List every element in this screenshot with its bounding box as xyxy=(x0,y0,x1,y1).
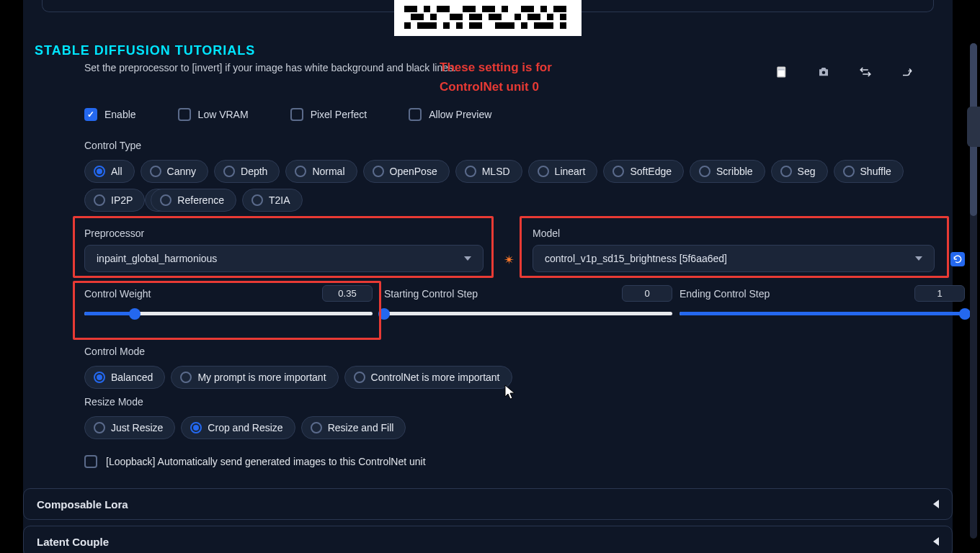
pill-label: T2IA xyxy=(269,194,290,206)
radio-icon xyxy=(94,166,105,177)
control-type-scribble[interactable]: Scribble xyxy=(690,160,765,183)
radio-icon xyxy=(94,422,105,433)
control-type-canny[interactable]: Canny xyxy=(141,160,208,183)
caret-left-icon xyxy=(933,500,939,508)
radio-icon xyxy=(94,372,105,383)
control-type-seg[interactable]: Seg xyxy=(771,160,828,183)
loopback-label: [Loopback] Automatically send generated … xyxy=(106,456,426,467)
enable-label: Enable xyxy=(104,109,136,120)
qr-image-preview[interactable] xyxy=(394,0,582,36)
pill-label: Just Resize xyxy=(111,422,163,433)
enable-checkbox[interactable] xyxy=(84,108,97,121)
side-panel-tab[interactable] xyxy=(967,107,980,147)
pill-label: Resize and Fill xyxy=(328,422,394,433)
control-type-lineart[interactable]: Lineart xyxy=(528,160,598,183)
accordion-title: Latent Couple xyxy=(37,536,109,548)
pill-label: Depth xyxy=(241,166,267,177)
slider-thumb[interactable] xyxy=(959,308,971,320)
pill-label: OpenPose xyxy=(390,166,437,177)
radio-icon xyxy=(251,194,263,206)
pill-label: IP2P xyxy=(111,194,133,206)
slider-thumb[interactable] xyxy=(129,308,141,320)
starting-step-value[interactable]: 0 xyxy=(622,285,672,302)
radio-icon xyxy=(843,166,855,177)
latent-couple-accordion[interactable]: Latent Couple xyxy=(23,526,953,553)
preprocessor-label: Preprocessor xyxy=(84,228,144,239)
swap-icon[interactable] xyxy=(858,65,873,79)
slider-thumb[interactable] xyxy=(378,308,390,320)
control-type-t2ia[interactable]: T2IA xyxy=(242,189,303,212)
pill-label: Scribble xyxy=(716,166,753,177)
control-mode-label: Control Mode xyxy=(84,346,145,357)
svg-point-2 xyxy=(822,71,826,75)
radio-icon xyxy=(94,194,105,206)
controlnet-panel: Set the preprocessor to [invert] if your… xyxy=(42,0,934,12)
pill-label: MLSD xyxy=(482,166,510,177)
radio-icon xyxy=(538,166,549,177)
radio-icon xyxy=(223,166,235,177)
control-type-openpose[interactable]: OpenPose xyxy=(363,160,450,183)
resize-mode-resize-and-fill[interactable]: Resize and Fill xyxy=(301,416,406,439)
pill-label: Lineart xyxy=(555,166,586,177)
allow-preview-label: Allow Preview xyxy=(429,109,491,120)
caret-left-icon xyxy=(933,537,939,546)
control-type-softedge[interactable]: SoftEdge xyxy=(603,160,684,183)
composable-lora-accordion[interactable]: Composable Lora xyxy=(23,488,953,520)
preprocessor-dropdown[interactable]: inpaint_global_harmonious xyxy=(84,245,484,272)
control-mode-balanced[interactable]: Balanced xyxy=(84,366,165,389)
pill-label: Seg xyxy=(798,166,816,177)
annotation-note: These setting is for ControlNet unit 0 xyxy=(440,58,552,96)
allow-preview-checkbox[interactable] xyxy=(409,108,422,121)
resize-mode-label: Resize Mode xyxy=(84,396,143,408)
control-mode-row: BalancedMy prompt is more importantContr… xyxy=(84,366,914,389)
radio-icon xyxy=(373,166,384,177)
model-value: control_v1p_sd15_brightness [5f6aa6ed] xyxy=(545,253,727,264)
control-mode-my-prompt-is-more-important[interactable]: My prompt is more important xyxy=(171,366,338,389)
control-type-row-2: IP2PReferenceT2IA xyxy=(84,189,914,212)
control-weight-label: Control Weight xyxy=(84,288,151,300)
pill-label: Crop and Resize xyxy=(208,422,282,433)
chevron-down-icon xyxy=(464,256,471,261)
model-dropdown[interactable]: control_v1p_sd15_brightness [5f6aa6ed] xyxy=(533,245,935,272)
model-label: Model xyxy=(533,228,560,239)
chevron-down-icon xyxy=(915,256,922,261)
run-preprocessor-button[interactable]: ✴ xyxy=(504,252,517,265)
resize-mode-just-resize[interactable]: Just Resize xyxy=(84,416,175,439)
control-type-mlsd[interactable]: MLSD xyxy=(455,160,522,183)
pill-label: Normal xyxy=(312,166,344,177)
radio-icon xyxy=(150,166,161,177)
pill-label: Reference xyxy=(177,194,224,206)
radio-icon xyxy=(295,166,306,177)
radio-icon xyxy=(160,194,172,206)
camera-icon[interactable] xyxy=(816,65,831,79)
radio-icon xyxy=(311,422,322,433)
preprocessor-value: inpaint_global_harmonious xyxy=(97,253,217,264)
control-type-all[interactable]: All xyxy=(84,160,135,183)
control-weight-value[interactable]: 0.35 xyxy=(322,285,373,302)
pill-label: My prompt is more important xyxy=(197,372,326,383)
control-type-shuffle[interactable]: Shuffle xyxy=(834,160,904,183)
accordion-title: Composable Lora xyxy=(37,498,128,511)
loopback-checkbox[interactable] xyxy=(84,455,97,468)
control-type-ip2p[interactable]: IP2P xyxy=(84,189,145,212)
send-up-icon[interactable] xyxy=(900,65,914,79)
control-weight-slider[interactable] xyxy=(84,312,373,315)
resize-mode-row: Just ResizeCrop and ResizeResize and Fil… xyxy=(84,416,914,439)
refresh-models-button[interactable] xyxy=(950,252,965,266)
resize-mode-crop-and-resize[interactable]: Crop and Resize xyxy=(181,416,295,439)
radio-icon xyxy=(780,166,792,177)
pixel-perfect-checkbox[interactable] xyxy=(290,108,303,121)
low-vram-checkbox[interactable] xyxy=(178,108,191,121)
new-canvas-icon[interactable] xyxy=(775,65,789,79)
control-type-reference[interactable]: Reference xyxy=(151,189,236,212)
radio-icon xyxy=(612,166,624,177)
ending-step-slider[interactable] xyxy=(680,312,965,315)
pixel-perfect-label: Pixel Perfect xyxy=(311,109,368,120)
radio-icon xyxy=(190,422,202,433)
ending-step-value[interactable]: 1 xyxy=(914,285,965,302)
control-type-normal[interactable]: Normal xyxy=(285,160,357,183)
starting-step-slider[interactable] xyxy=(384,312,672,315)
control-mode-controlnet-is-more-important[interactable]: ControlNet is more important xyxy=(344,366,512,389)
control-type-depth[interactable]: Depth xyxy=(214,160,280,183)
preprocessor-hint: Set the preprocessor to [invert] if your… xyxy=(84,62,456,73)
